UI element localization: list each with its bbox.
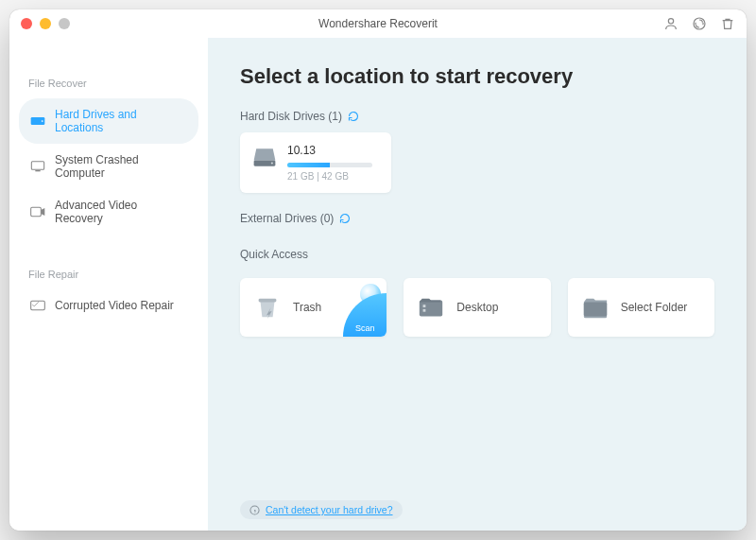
qa-card-trash[interactable]: Trash Scan (240, 278, 387, 337)
quick-access-row: Trash Scan Desktop Select F (240, 278, 714, 337)
svg-rect-13 (423, 309, 426, 312)
qa-label: Select Folder (621, 301, 688, 314)
app-window: Wondershare Recoverit File Recover Hard … (9, 9, 747, 531)
repair-icon (30, 299, 45, 312)
maximize-window-button[interactable] (59, 18, 70, 29)
info-icon (249, 505, 260, 515)
hdd-section-header: Hard Disk Drives (1) (240, 110, 714, 123)
help-bar: Can't detect your hard drive? (240, 500, 403, 519)
minimize-window-button[interactable] (40, 18, 51, 29)
sidebar-item-label: Corrupted Video Repair (55, 299, 174, 312)
window-title: Wondershare Recoverit (9, 17, 747, 30)
ext-header-label: External Drives (0) (240, 212, 334, 225)
drive-card[interactable]: 10.13 21 GB | 42 GB (240, 132, 391, 193)
trash-top-icon[interactable] (720, 16, 735, 31)
refresh-ext-icon[interactable] (339, 213, 351, 224)
svg-point-0 (668, 19, 673, 24)
scan-label: Scan (355, 323, 375, 333)
svg-rect-14 (583, 302, 606, 316)
sidebar-item-advanced-video[interactable]: Advanced Video Recovery (19, 189, 198, 235)
qa-label: Trash (293, 301, 321, 314)
sidebar-item-hard-drives[interactable]: Hard Drives and Locations (19, 98, 198, 144)
body: File Recover Hard Drives and Locations S… (9, 38, 747, 531)
svg-rect-6 (31, 207, 42, 216)
hdd-header-label: Hard Disk Drives (1) (240, 110, 342, 123)
support-icon[interactable] (692, 16, 707, 31)
traffic-lights (21, 18, 70, 29)
qa-label: Desktop (456, 301, 498, 314)
drive-name: 10.13 (287, 144, 380, 157)
svg-rect-4 (31, 162, 43, 170)
svg-rect-11 (420, 301, 442, 317)
sidebar-section-file-repair: File Repair (19, 259, 198, 289)
drive-icon (30, 114, 45, 128)
account-icon[interactable] (663, 16, 679, 31)
desktop-folder-icon (417, 293, 445, 322)
hard-drive-icon (251, 144, 278, 170)
sidebar-item-label: Hard Drives and Locations (55, 108, 187, 134)
folder-icon (581, 293, 610, 322)
top-right-icons (663, 16, 735, 31)
video-icon (30, 205, 45, 218)
sidebar-section-file-recover: File Recover (19, 68, 198, 98)
refresh-hdd-icon[interactable] (348, 111, 359, 122)
titlebar: Wondershare Recoverit (9, 9, 747, 38)
scan-badge[interactable]: Scan (343, 293, 387, 337)
close-window-button[interactable] (21, 18, 32, 29)
svg-rect-10 (259, 299, 277, 303)
qa-card-desktop[interactable]: Desktop (404, 278, 550, 337)
sidebar-item-label: Advanced Video Recovery (55, 199, 187, 225)
sidebar-item-system-crashed[interactable]: System Crashed Computer (19, 144, 198, 189)
drive-usage-bar (287, 163, 372, 167)
main-panel: Select a location to start recovery Hard… (208, 38, 747, 531)
svg-rect-5 (35, 170, 40, 171)
ext-section-header: External Drives (0) (240, 212, 714, 225)
monitor-icon (30, 160, 45, 173)
svg-point-9 (271, 163, 273, 165)
qa-card-select-folder[interactable]: Select Folder (568, 278, 714, 337)
drive-info: 10.13 21 GB | 42 GB (287, 144, 380, 182)
quick-access-header: Quick Access (240, 248, 714, 261)
sidebar-item-label: System Crashed Computer (55, 153, 187, 180)
sidebar: File Recover Hard Drives and Locations S… (9, 38, 208, 531)
drive-usage-fill (287, 163, 330, 167)
page-title: Select a location to start recovery (240, 64, 714, 89)
help-link[interactable]: Can't detect your hard drive? (266, 504, 393, 515)
drive-sub: 21 GB | 42 GB (287, 171, 380, 182)
trash-icon (253, 293, 282, 322)
svg-point-3 (42, 120, 43, 122)
sidebar-item-corrupted-video[interactable]: Corrupted Video Repair (19, 289, 198, 322)
svg-rect-12 (423, 305, 426, 307)
